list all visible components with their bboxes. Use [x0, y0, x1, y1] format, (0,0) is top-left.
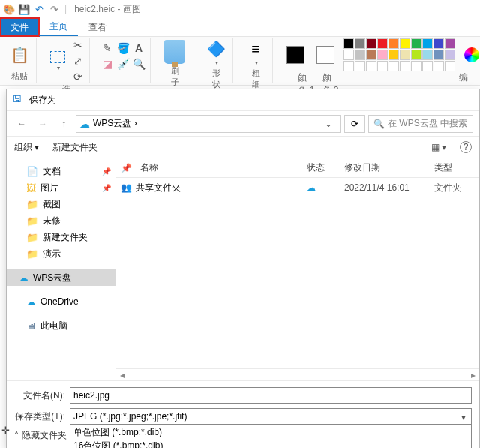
palette-swatch[interactable]	[411, 38, 422, 49]
savetype-option[interactable]: 单色位图 (*.bmp;*.dib)	[70, 425, 471, 439]
palette-swatch[interactable]	[377, 50, 388, 60]
palette-swatch[interactable]	[366, 61, 376, 71]
color2-swatch	[316, 46, 334, 64]
palette-swatch[interactable]	[366, 50, 376, 60]
nav-thispc[interactable]: 🖥此电脑	[7, 317, 116, 334]
palette-swatch[interactable]	[434, 38, 444, 49]
text-icon[interactable]: A	[132, 41, 146, 55]
select-button[interactable]: ▾	[47, 50, 68, 73]
back-button[interactable]: ←	[13, 115, 31, 133]
nav-screenshots[interactable]: 📁截图	[7, 196, 116, 212]
nav-pictures[interactable]: 🖼图片📌	[7, 179, 116, 196]
palette-swatch[interactable]	[377, 38, 388, 49]
palette-swatch[interactable]	[434, 61, 444, 71]
palette-swatch[interactable]	[411, 61, 422, 71]
pin-icon: 📌	[102, 184, 111, 192]
crop-icon[interactable]: ✂	[71, 38, 85, 52]
share-folder-icon: 👥	[116, 182, 136, 193]
nav-onedrive[interactable]: ☁OneDrive	[7, 293, 116, 310]
color1-button[interactable]	[284, 44, 308, 65]
shapes-icon: 🔷	[207, 40, 225, 58]
brush-button[interactable]	[161, 38, 188, 65]
palette-swatch[interactable]	[400, 61, 410, 71]
chevron-down-icon[interactable]: ▾	[458, 410, 470, 424]
undo-icon[interactable]: ↶	[33, 3, 45, 15]
forward-button[interactable]: →	[34, 115, 52, 133]
scroll-left-icon[interactable]: ◂	[116, 370, 128, 380]
tab-view[interactable]: 查看	[78, 18, 117, 36]
breadcrumb-text: WPS云盘 ›	[93, 117, 137, 130]
palette-swatch[interactable]	[434, 50, 444, 60]
organize-button[interactable]: 组织 ▾	[14, 141, 39, 154]
palette-swatch[interactable]	[445, 50, 455, 60]
tab-home[interactable]: 主页	[39, 18, 78, 36]
rotate-icon[interactable]: ⟳	[71, 70, 85, 83]
palette-swatch[interactable]	[445, 61, 455, 71]
chevron-down-icon[interactable]: ⌄	[320, 119, 338, 129]
color1-swatch	[286, 46, 304, 64]
stroke-button[interactable]: ≡ ▾	[244, 38, 268, 68]
palette-swatch[interactable]	[344, 38, 354, 49]
palette-swatch[interactable]	[344, 50, 354, 60]
refresh-button[interactable]: ⟳	[344, 115, 365, 133]
palette-swatch[interactable]	[400, 50, 410, 60]
palette-swatch[interactable]	[422, 50, 433, 60]
stroke-icon: ≡	[247, 40, 265, 58]
type-column[interactable]: 类型	[434, 161, 479, 174]
name-column[interactable]: 名称	[136, 161, 307, 174]
paste-button[interactable]: 📋	[8, 44, 32, 65]
filename-input[interactable]	[70, 387, 472, 404]
eraser-icon[interactable]: ◪	[100, 57, 114, 71]
nav-documents[interactable]: 📄文档📌	[7, 163, 116, 179]
palette-swatch[interactable]	[400, 38, 410, 49]
resize-icon[interactable]: ⤢	[71, 54, 85, 68]
savetype-option[interactable]: 16色位图 (*.bmp;*.dib)	[70, 439, 471, 448]
breadcrumb[interactable]: ☁ WPS云盘 › ⌄	[76, 115, 341, 133]
palette-swatch[interactable]	[422, 61, 433, 71]
color2-button[interactable]	[314, 44, 338, 65]
zoom-icon[interactable]: 🔍	[132, 57, 146, 71]
palette-swatch[interactable]	[388, 50, 399, 60]
pin-column[interactable]: 📌	[116, 163, 136, 173]
color-palette[interactable]	[344, 38, 455, 71]
save-icon[interactable]: 💾	[18, 3, 30, 15]
edit-colors-button[interactable]	[461, 46, 480, 64]
help-button[interactable]: ?	[460, 141, 472, 153]
scroll-right-icon[interactable]: ▸	[467, 370, 479, 380]
shapes-button[interactable]: 🔷 ▾	[204, 38, 228, 68]
fill-icon[interactable]: 🪣	[116, 41, 130, 55]
newfolder-button[interactable]: 新建文件夹	[52, 141, 98, 154]
file-row[interactable]: 👥 共享文件夹 ☁ 2022/11/4 16:01 文件夹	[116, 178, 479, 197]
view-button[interactable]: ▦ ▾	[431, 142, 446, 152]
palette-swatch[interactable]	[388, 61, 399, 71]
palette-swatch[interactable]	[388, 38, 399, 49]
palette-swatch[interactable]	[377, 61, 388, 71]
nav-presentation[interactable]: 📁演示	[7, 245, 116, 262]
crosshair-icon: ✛	[2, 425, 10, 436]
nav-untitled[interactable]: 📁未修	[7, 212, 116, 229]
nav-wps-cloud[interactable]: ☁WPS云盘	[7, 269, 116, 286]
palette-swatch[interactable]	[411, 50, 422, 60]
palette-swatch[interactable]	[422, 38, 433, 49]
status-column[interactable]: 状态	[307, 161, 344, 174]
date-column[interactable]: 修改日期	[344, 161, 434, 174]
palette-swatch[interactable]	[355, 61, 365, 71]
search-input[interactable]: 🔍 在 WPS云盘 中搜索	[368, 115, 473, 133]
up-button[interactable]: ↑	[55, 115, 73, 133]
search-icon: 🔍	[374, 119, 385, 129]
nav-newfolder[interactable]: 📁新建文件夹	[7, 229, 116, 245]
pencil-icon[interactable]: ✎	[100, 41, 114, 55]
palette-swatch[interactable]	[445, 38, 455, 49]
picker-icon[interactable]: 💉	[116, 57, 130, 71]
tab-file[interactable]: 文件	[0, 18, 39, 36]
tools-label	[122, 73, 124, 83]
palette-swatch[interactable]	[355, 38, 365, 49]
savetype-combo[interactable]: JPEG (*.jpg;*.jpeg;*.jpe;*.jfif) ▾ 单色位图 …	[70, 408, 472, 425]
horizontal-scrollbar[interactable]: ◂ ▸	[116, 368, 479, 380]
palette-swatch[interactable]	[344, 61, 354, 71]
quick-access-toolbar: 🎨 💾 ↶ ↷ | heic2.heic - 画图	[0, 0, 480, 18]
palette-swatch[interactable]	[366, 38, 376, 49]
window-title: heic2.heic - 画图	[74, 3, 141, 16]
redo-icon[interactable]: ↷	[48, 3, 60, 15]
palette-swatch[interactable]	[355, 50, 365, 60]
